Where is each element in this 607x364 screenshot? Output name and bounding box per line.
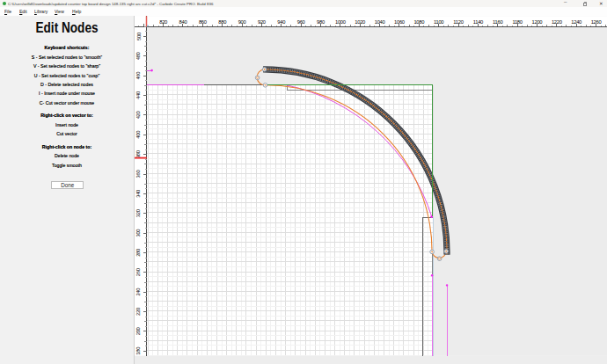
svg-text:1260: 1260 [591, 19, 602, 25]
svg-text:360: 360 [136, 171, 142, 178]
svg-text:1100: 1100 [434, 19, 443, 25]
svg-text:920: 920 [258, 19, 266, 25]
svg-text:820: 820 [159, 19, 167, 25]
svg-text:880: 880 [218, 19, 226, 25]
svg-text:940: 940 [277, 19, 285, 25]
svg-text:500: 500 [136, 33, 142, 40]
svg-text:1060: 1060 [394, 19, 405, 25]
svg-text:1000: 1000 [335, 19, 346, 25]
svg-text:840: 840 [179, 19, 187, 25]
svg-text:1040: 1040 [375, 19, 385, 25]
svg-text:440: 440 [136, 91, 142, 99]
svg-text:320: 320 [136, 209, 142, 217]
svg-text:1080: 1080 [413, 19, 424, 25]
svg-text:300: 300 [136, 229, 142, 237]
svg-text:860: 860 [199, 19, 207, 25]
svg-text:220: 220 [136, 308, 142, 316]
svg-text:1240: 1240 [571, 19, 581, 25]
svg-text:480: 480 [136, 52, 142, 60]
svg-text:200: 200 [136, 327, 142, 335]
svg-text:960: 960 [297, 19, 305, 25]
svg-text:1020: 1020 [355, 19, 365, 25]
svg-text:420: 420 [136, 111, 142, 119]
svg-text:240: 240 [136, 288, 142, 296]
svg-text:1180: 1180 [512, 19, 522, 25]
svg-text:460: 460 [136, 72, 142, 80]
svg-text:900: 900 [238, 19, 246, 25]
svg-text:980: 980 [317, 19, 325, 25]
svg-text:340: 340 [136, 190, 142, 198]
svg-text:1120: 1120 [453, 19, 463, 25]
svg-text:1140: 1140 [473, 19, 483, 25]
svg-text:400: 400 [136, 131, 142, 139]
svg-text:260: 260 [136, 268, 142, 276]
svg-text:1160: 1160 [493, 19, 502, 25]
svg-text:1200: 1200 [532, 19, 543, 25]
svg-text:180: 180 [136, 347, 142, 355]
svg-text:1220: 1220 [552, 19, 562, 25]
svg-text:280: 280 [136, 249, 142, 257]
